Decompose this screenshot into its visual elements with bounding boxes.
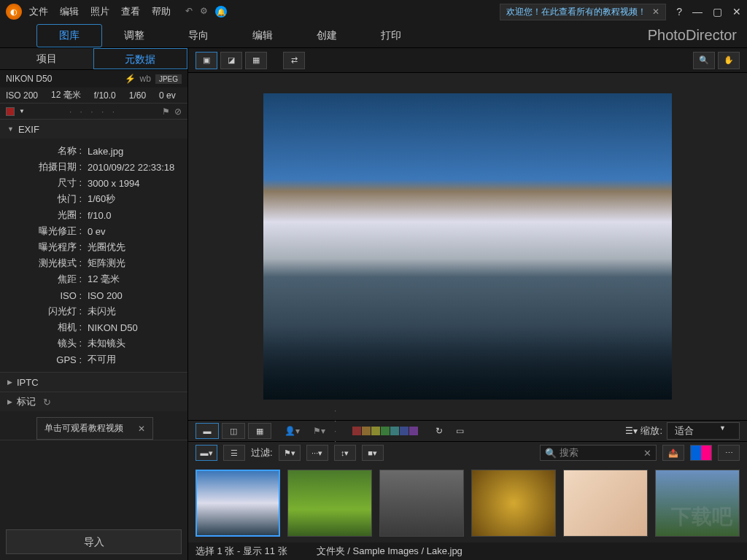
- tab-guide[interactable]: 导向: [166, 25, 231, 47]
- notification-icon[interactable]: 🔔: [215, 6, 227, 18]
- palette-swatch[interactable]: [400, 427, 409, 435]
- sort-icon[interactable]: ☰▾: [625, 426, 638, 436]
- zoom-tool-button[interactable]: 🔍: [693, 52, 715, 69]
- lefttab-project[interactable]: 项目: [0, 48, 93, 69]
- flag-filter-icon[interactable]: ⚑▾: [313, 426, 325, 436]
- gear-icon[interactable]: ⚙: [200, 6, 208, 18]
- exif-row: 曝光修正 :0 ev: [7, 223, 180, 239]
- section-iptc-label: IPTC: [17, 377, 39, 388]
- thumbnail[interactable]: [287, 470, 372, 537]
- tags-help-icon[interactable]: ↻: [43, 397, 51, 408]
- layout-1-button[interactable]: ▬: [196, 423, 219, 439]
- palette-swatch[interactable]: [390, 427, 399, 435]
- menu-photo[interactable]: 照片: [90, 5, 109, 18]
- thumbnail[interactable]: [196, 470, 280, 537]
- swatch-dropdown-icon[interactable]: ▼: [19, 108, 25, 114]
- filter-color-button[interactable]: ■▾: [362, 445, 384, 461]
- section-tags-header[interactable]: ▶ 标记 ↻: [0, 392, 187, 411]
- exif-key: GPS :: [7, 354, 88, 365]
- flag-icon[interactable]: ⚑: [162, 106, 170, 117]
- zoom-select[interactable]: 适合 ▼: [667, 422, 740, 440]
- view-grid-button[interactable]: ▦: [245, 52, 267, 69]
- reject-icon[interactable]: ⊘: [174, 106, 182, 117]
- palette-swatch[interactable]: [409, 427, 418, 435]
- export-button[interactable]: 📤: [662, 445, 684, 461]
- exif-key: ISO :: [7, 290, 88, 301]
- more-button[interactable]: ⋯: [718, 445, 740, 461]
- thumbnail[interactable]: [471, 470, 556, 537]
- close-tooltip-icon[interactable]: ✕: [138, 424, 145, 434]
- menu-help[interactable]: 帮助: [152, 5, 171, 18]
- rating-dots[interactable]: · · · · ·: [29, 106, 158, 117]
- exif-row: 镜头 :未知镜头: [7, 335, 180, 351]
- tab-print[interactable]: 打印: [359, 25, 423, 47]
- menu-file[interactable]: 文件: [29, 5, 48, 18]
- exif-key: 尺寸 :: [7, 176, 88, 190]
- thumbview-2-button[interactable]: ☰: [223, 445, 245, 461]
- tab-library[interactable]: 图库: [36, 24, 102, 47]
- zoom-label: 缩放:: [640, 424, 662, 438]
- clear-search-icon[interactable]: ✕: [643, 448, 651, 459]
- palette-swatch[interactable]: [371, 427, 380, 435]
- tab-create[interactable]: 创建: [295, 25, 359, 47]
- exif-value: 2010/09/22 22:33:18: [88, 162, 174, 173]
- view-mirror-button[interactable]: ⇄: [283, 52, 305, 69]
- view-single-button[interactable]: ▣: [196, 52, 217, 69]
- tab-edit[interactable]: 编辑: [231, 25, 295, 47]
- exif-value: Lake.jpg: [88, 146, 123, 157]
- thumbnail[interactable]: [379, 470, 464, 537]
- exif-row: 尺寸 :3000 x 1994: [7, 175, 180, 191]
- menu-edit[interactable]: 编辑: [60, 5, 79, 18]
- close-banner-icon[interactable]: ✕: [652, 7, 659, 17]
- palette-swatch[interactable]: [352, 427, 361, 435]
- layout-2-button[interactable]: ◫: [222, 423, 245, 439]
- view-compare-button[interactable]: ◪: [220, 52, 242, 69]
- chevron-down-icon: ▼: [7, 125, 14, 133]
- filter-star-button[interactable]: ···▾: [306, 445, 328, 461]
- image-viewer[interactable]: [188, 73, 747, 420]
- exif-value: 矩阵测光: [88, 257, 125, 270]
- menu-view[interactable]: 查看: [121, 5, 140, 18]
- exif-key: 拍摄日期 :: [7, 160, 88, 174]
- section-iptc-header[interactable]: ▶ IPTC: [0, 373, 187, 392]
- chevron-right-icon: ▶: [7, 398, 12, 405]
- color-swatch[interactable]: [6, 107, 15, 116]
- thumbnail[interactable]: [563, 470, 648, 537]
- close-window-icon[interactable]: ✕: [732, 6, 741, 18]
- maximize-icon[interactable]: ▢: [713, 6, 722, 18]
- filter-flag-button[interactable]: ⚑▾: [279, 445, 301, 461]
- crop-icon[interactable]: ▭: [456, 426, 464, 436]
- section-exif-header[interactable]: ▼ EXIF: [0, 120, 187, 139]
- tab-adjust[interactable]: 调整: [102, 25, 166, 47]
- main-photo: [263, 93, 672, 400]
- app-logo: ◐: [6, 4, 22, 20]
- thumbnail[interactable]: [655, 470, 740, 537]
- palette-swatch[interactable]: [362, 427, 371, 435]
- tutorial-tooltip[interactable]: 单击可观看教程视频 ✕: [36, 417, 153, 440]
- color-palette[interactable]: [352, 427, 418, 435]
- import-button[interactable]: 导入: [6, 529, 182, 554]
- share-flickr-button[interactable]: [690, 445, 712, 461]
- exif-key: 焦距 :: [7, 273, 88, 286]
- minimize-icon[interactable]: —: [692, 6, 703, 18]
- thumbnail-strip[interactable]: [188, 464, 747, 542]
- search-input[interactable]: 🔍 搜索 ✕: [540, 445, 657, 461]
- info-aperture: f/10.0: [94, 90, 116, 101]
- exif-value: 不可用: [88, 353, 116, 366]
- person-icon[interactable]: 👤▾: [285, 426, 300, 436]
- lefttab-metadata[interactable]: 元数据: [93, 48, 188, 69]
- rotate-icon[interactable]: ↻: [436, 426, 443, 436]
- chevron-right-icon: ▶: [7, 378, 12, 386]
- welcome-banner[interactable]: 欢迎您！在此查看所有的教程视频！ ✕: [500, 4, 666, 20]
- undo-icon[interactable]: ↶: [185, 6, 193, 18]
- pan-tool-button[interactable]: ✋: [718, 52, 740, 69]
- help-icon[interactable]: ?: [676, 6, 682, 18]
- exif-key: 名称 :: [7, 144, 88, 158]
- layout-3-button[interactable]: ▦: [248, 423, 271, 439]
- palette-swatch[interactable]: [381, 427, 390, 435]
- exif-key: 测光模式 :: [7, 257, 88, 270]
- filter-sort-button[interactable]: ↕▾: [334, 445, 356, 461]
- section-tags-label: 标记: [17, 395, 36, 408]
- exif-key: 快门 :: [7, 192, 88, 206]
- thumbview-1-button[interactable]: ▬▾: [196, 445, 217, 461]
